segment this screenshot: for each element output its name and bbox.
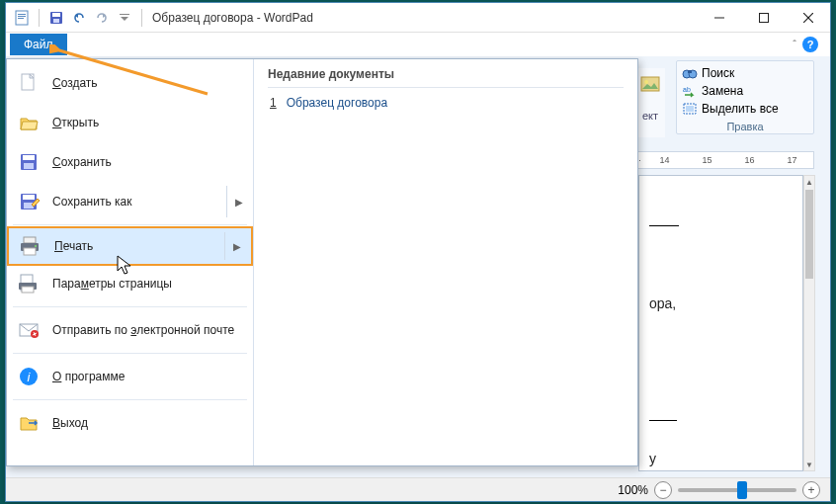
menu-label: Параметры страницы [52, 277, 172, 291]
document-peek[interactable]: ора, у [638, 175, 803, 471]
file-menu: Создать Открыть Сохранить Сохранить как … [6, 58, 638, 466]
select-all-button[interactable]: Выделить все [682, 100, 808, 118]
minimize-button[interactable] [697, 3, 741, 32]
scroll-up-icon[interactable]: ▲ [804, 176, 814, 188]
ribbon-tabs: Файл ˆ ? [6, 33, 830, 56]
zoom-slider[interactable] [678, 488, 796, 492]
svg-rect-2 [18, 16, 26, 17]
open-folder-icon [17, 111, 41, 134]
svg-rect-5 [52, 13, 60, 17]
statusbar: 100% − + [6, 477, 830, 501]
replace-icon: ab [682, 83, 698, 99]
quick-access-toolbar [12, 8, 146, 28]
doc-line: ора, [649, 295, 793, 311]
menu-save[interactable]: Сохранить [7, 142, 253, 182]
collapse-ribbon-icon[interactable]: ˆ [793, 39, 796, 50]
svg-rect-32 [22, 287, 34, 293]
svg-rect-6 [53, 19, 59, 23]
editing-group-label: Правка [682, 118, 808, 132]
help-icon[interactable]: ? [802, 37, 818, 52]
save-icon[interactable] [46, 8, 66, 28]
svg-rect-18 [686, 106, 694, 112]
submenu-arrow-icon: ▶ [235, 197, 243, 208]
ruler[interactable]: · · 14 15 16 17 [630, 151, 814, 169]
menu-label: О программе [52, 370, 125, 383]
menu-separator [13, 353, 247, 354]
menu-send-email[interactable]: Отправить по электронной почте [7, 310, 253, 350]
redo-icon[interactable] [92, 8, 112, 28]
zoom-out-button[interactable]: − [654, 481, 672, 499]
separator [141, 9, 142, 27]
submenu-arrow-icon: ▶ [233, 241, 241, 252]
file-menu-left: Создать Открыть Сохранить Сохранить как … [7, 59, 254, 465]
email-icon [17, 318, 41, 342]
svg-rect-24 [23, 195, 35, 200]
zoom-level: 100% [618, 483, 648, 497]
file-tab[interactable]: Файл [10, 34, 67, 55]
close-button[interactable] [786, 3, 830, 32]
titlebar: Образец договора - WordPad [6, 3, 830, 33]
svg-rect-21 [23, 155, 35, 160]
svg-rect-26 [24, 237, 36, 243]
select-all-icon [682, 101, 698, 117]
vertical-scrollbar[interactable]: ▲ ▼ [803, 175, 815, 471]
menu-save-as[interactable]: Сохранить как ▶ [7, 182, 253, 221]
menu-label: Отправить по электронной почте [52, 323, 234, 337]
svg-point-12 [644, 80, 648, 84]
menu-new[interactable]: Создать [7, 63, 253, 103]
svg-rect-1 [18, 14, 26, 15]
svg-rect-22 [24, 163, 34, 169]
menu-print[interactable]: Печать ▶ [7, 226, 253, 266]
svg-rect-3 [18, 18, 24, 19]
recent-document-item[interactable]: 1 Образец договора [268, 88, 624, 118]
replace-button[interactable]: ab Замена [682, 82, 808, 100]
insert-group-peek: ект [635, 68, 665, 137]
replace-label: Замена [702, 84, 743, 98]
binoculars-icon [682, 65, 698, 81]
scroll-down-icon[interactable]: ▼ [804, 459, 814, 470]
zoom-slider-thumb[interactable] [737, 481, 747, 499]
recent-documents-title: Недавние документы [268, 67, 624, 88]
menu-exit[interactable]: Выход [7, 403, 253, 443]
find-button[interactable]: Поиск [682, 64, 808, 82]
menu-label: Выход [52, 416, 88, 430]
svg-rect-15 [688, 70, 692, 73]
info-icon: i [17, 365, 41, 388]
window-controls [697, 3, 830, 32]
app-icon[interactable] [12, 8, 32, 28]
menu-page-setup[interactable]: Параметры страницы [7, 264, 253, 303]
menu-separator [13, 306, 247, 307]
editing-group: Поиск ab Замена Выделить все Правка [676, 60, 814, 134]
zoom-in-button[interactable]: + [802, 481, 820, 499]
insert-group-peek-label: ект [635, 110, 665, 122]
menu-separator [13, 224, 247, 225]
menu-label: Сохранить как [52, 195, 131, 209]
menu-separator [13, 399, 247, 400]
exit-icon [17, 411, 41, 435]
printer-icon [19, 234, 42, 258]
save-disk-icon [17, 150, 41, 174]
svg-rect-28 [24, 248, 36, 255]
menu-about[interactable]: i О программе [7, 357, 253, 396]
menu-label: Открыть [52, 116, 99, 129]
file-menu-right: Недавние документы 1 Образец договора [254, 59, 637, 465]
workarea: ект Поиск ab Замена Выделить все Правка … [6, 56, 830, 477]
qat-dropdown-icon[interactable] [115, 8, 134, 28]
save-as-icon [17, 190, 41, 213]
app-window: Образец договора - WordPad Файл ˆ ? ект … [5, 2, 831, 502]
menu-label: Сохранить [52, 155, 112, 169]
svg-point-29 [35, 245, 37, 247]
svg-rect-8 [759, 13, 768, 22]
doc-line: у [649, 451, 793, 466]
separator [39, 9, 40, 27]
undo-icon[interactable] [69, 8, 89, 28]
menu-open[interactable]: Открыть [7, 103, 253, 142]
window-title: Образец договора - WordPad [152, 11, 313, 25]
scroll-thumb[interactable] [805, 190, 813, 279]
menu-label: Создать [52, 76, 98, 90]
page-setup-icon [17, 272, 41, 295]
menu-label: Печать [54, 239, 93, 253]
svg-text:ab: ab [683, 86, 691, 93]
maximize-button[interactable] [741, 3, 786, 32]
select-all-label: Выделить все [702, 102, 779, 116]
